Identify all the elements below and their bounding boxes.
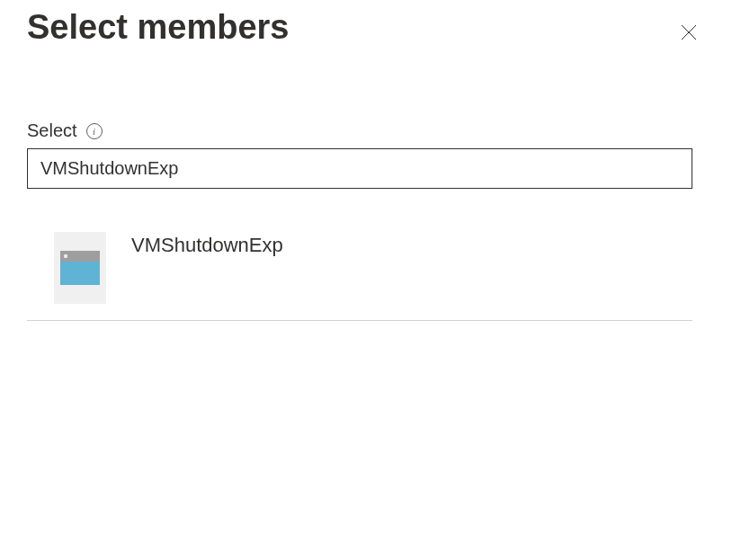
info-icon[interactable]: i xyxy=(86,123,103,139)
result-icon-container xyxy=(54,232,106,304)
search-input[interactable] xyxy=(27,148,692,189)
field-label-row: Select i xyxy=(27,120,705,141)
close-icon xyxy=(680,23,698,41)
close-button[interactable] xyxy=(673,16,705,49)
results-divider xyxy=(27,320,692,321)
result-name: VMShutdownExp xyxy=(131,232,283,257)
search-section: Select i xyxy=(27,120,705,189)
panel-title: Select members xyxy=(27,7,290,49)
app-icon xyxy=(60,251,100,285)
panel-header: Select members xyxy=(27,0,705,49)
search-label: Select xyxy=(27,120,77,141)
select-members-panel: Select members Select i VMShutdownExp xyxy=(0,0,732,560)
results-list: VMShutdownExp xyxy=(27,232,705,321)
result-item[interactable]: VMShutdownExp xyxy=(27,232,705,320)
